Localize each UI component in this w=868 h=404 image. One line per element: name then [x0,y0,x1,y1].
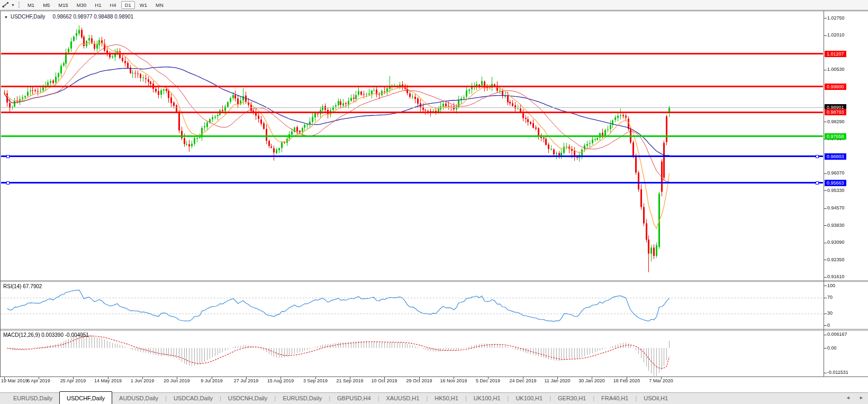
date-axis-label: 15 Aug 2019 [267,378,294,383]
timeframe-button-h4[interactable]: H4 [106,1,120,9]
collapse-chart-icon[interactable]: ▼ [4,15,8,19]
tab-1-usdchf-daily[interactable]: USDCHF,Daily [59,391,112,404]
timeframe-button-m15[interactable]: M15 [55,1,71,9]
horizontal-line-0-95663[interactable] [1,182,823,183]
price-line-label-0-99800: 0.99800 [825,84,846,90]
date-axis-label: 27 Jul 2019 [234,378,259,383]
line-handle-right-0-95663[interactable] [816,181,819,185]
timeframe-button-d1[interactable]: D1 [121,1,135,9]
chart-overlay: ▼USDCHF,Daily0.98662 0.98977 0.98488 0.9… [0,0,868,404]
chart-draw-tool-icon[interactable] [1,1,11,8]
price-axis-tick: 0.92350 [827,257,845,263]
macd-axis-tick: 0.006167 [827,332,847,337]
price-axis-tick: 0.94570 [827,205,845,211]
date-axis-label: 25 Apr 2019 [60,378,86,383]
symbol-tab-bar: EURUSD,DailyUSDCHF,DailyAUDUSD,Daily|USD… [0,392,868,404]
price-axis-tick: 1.00530 [827,67,845,72]
horizontal-line-0-96803[interactable] [1,155,823,157]
line-handle-right-0-96803[interactable] [816,155,819,158]
timeframe-button-m5[interactable]: M5 [39,1,53,9]
price-line-label-0-95663: 0.95663 [825,180,846,186]
tab-13-usoil-h1[interactable]: USOil,H1 [637,393,675,404]
tool-dropdown-caret-icon[interactable]: ▼ [11,3,15,7]
timeframe-toolbar: ▼ M1M5M15M30H1H4D1W1MN [0,0,868,10]
tab-3-usdcad-daily[interactable]: USDCAD,Daily [167,393,220,404]
date-axis-label: 19 Mar 2019 [1,378,28,383]
tab-7-xauusd-h1[interactable]: XAUUSD,H1 [379,393,426,404]
macd-axis-tick: -0.011531 [827,370,848,375]
chart-ohlc-values: 0.98662 0.98977 0.98488 0.98901 [53,14,134,20]
date-axis-label: 20 Jun 2019 [164,378,190,383]
timeframe-button-h1[interactable]: H1 [91,1,105,9]
rsi-axis-tick: 30 [827,310,833,316]
rsi-axis-tick: 0 [827,323,830,328]
price-axis-tick: 1.02010 [827,32,845,38]
trading-platform-window: ▼ M1M5M15M30H1H4D1W1MN ▼USDCHF,Daily0.98… [0,0,868,404]
price-axis-tick: 0.93090 [827,240,845,245]
tab-scroll-left-icon[interactable]: ◄ [846,395,851,400]
timeframe-button-mn[interactable]: MN [152,1,167,9]
date-axis-label: 7 Mar 2020 [649,378,673,383]
rsi-axis-tick: 100 [827,283,835,289]
price-axis-tick: 0.96070 [827,170,845,176]
tab-2-audusd-daily[interactable]: AUDUSD,Daily [112,393,165,404]
date-axis-label: 29 Oct 2019 [406,378,432,383]
timeframe-button-w1[interactable]: W1 [136,1,151,9]
rsi-axis-tick: 70 [827,295,833,300]
tab-6-gbpusd-h4[interactable]: GBPUSD,H4 [330,393,378,404]
horizontal-line-0-99800[interactable] [1,86,823,87]
current-price-line [1,107,823,108]
macd-label: MACD(12,26,9) 0.003390 -0.004051 [3,332,89,338]
price-axis-tick: 0.95330 [827,188,845,194]
date-axis-label: 5 Dec 2019 [476,378,500,383]
tab-4-usdcnh-daily[interactable]: USDCNH,Daily [221,393,275,404]
timeframe-button-m30[interactable]: M30 [73,1,90,9]
toolbar-grip [19,2,20,8]
date-axis-label: 9 Jul 2019 [201,378,223,383]
timeframe-button-m1[interactable]: M1 [24,1,38,9]
line-handle-left-0-95663[interactable] [6,181,10,185]
chart-symbol-period: USDCHF,Daily [11,14,46,20]
date-axis-label: 3 Sep 2019 [303,378,328,383]
tab-scroll-right-icon[interactable]: ► [859,395,864,400]
date-axis-label: 10 Oct 2019 [371,378,397,383]
date-axis-label: 6 Apr 2019 [27,378,50,383]
tab-10-uk100-h1[interactable]: UK100,H1 [509,393,549,404]
timeframe-buttons-group: M1M5M15M30H1H4D1W1MN [23,1,168,9]
tab-scroll-controls: ◄ ► [838,395,864,400]
price-line-label-0-97658: 0.97658 [825,133,846,140]
price-axis-tick: 0.91610 [827,274,845,280]
price-axis-tick: 0.98290 [827,119,845,125]
date-axis-label: 1 Jun 2019 [131,378,155,383]
horizontal-line-1-01207[interactable] [1,53,823,54]
tab-0-eurusd-daily[interactable]: EURUSD,Daily [6,393,59,404]
price-axis-tick: 1.02750 [827,15,845,21]
tab-5-eurusd-daily[interactable]: EURUSD,Daily [276,393,329,404]
rsi-label: RSI(14) 67.7902 [3,283,42,289]
date-axis-label: 14 May 2019 [94,378,122,383]
date-axis-label: 21 Sep 2019 [336,378,363,383]
date-axis-label: 24 Dec 2019 [509,378,536,383]
tab-11-ger30-h1[interactable]: GER30,H1 [551,393,593,404]
price-line-label-0-98703: 0.98703 [825,109,846,115]
chart-title: ▼USDCHF,Daily0.98662 0.98977 0.98488 0.9… [4,14,133,20]
date-axis-label: 18 Feb 2020 [613,378,640,383]
horizontal-line-0-98703[interactable] [1,112,823,113]
date-axis-label: 11 Jan 2020 [545,378,571,383]
tab-9-uk100-h1[interactable]: UK100,H1 [467,393,508,404]
date-axis-label: 30 Jan 2020 [578,378,605,383]
price-line-label-1-01207: 1.01207 [825,51,846,57]
line-handle-left-0-96803[interactable] [6,155,10,158]
date-axis-label: 16 Nov 2019 [440,378,467,383]
price-line-label-0-96803: 0.96803 [825,153,846,160]
horizontal-line-0-97658[interactable] [1,135,823,137]
tab-8-hk50-h1[interactable]: HK50,H1 [428,393,465,404]
price-axis-tick: 0.93830 [827,223,845,228]
macd-axis-tick: 0.00 [827,345,837,351]
tab-12-fra40-h1[interactable]: FRA40,H1 [594,393,635,404]
